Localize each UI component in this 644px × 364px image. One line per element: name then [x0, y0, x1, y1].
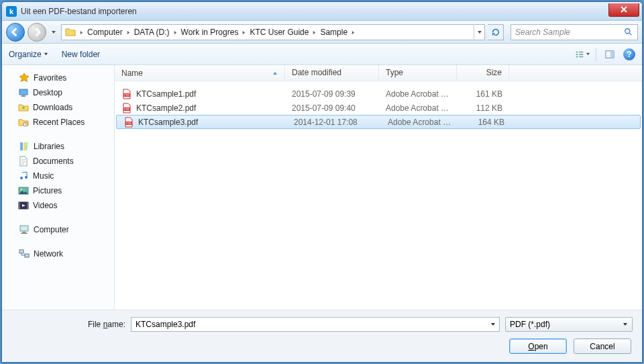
file-type-filter[interactable]: PDF (*.pdf) [505, 317, 633, 332]
file-type: Adobe Acrobat D... [381, 118, 459, 127]
sidebar-favorites[interactable]: Favorites [2, 71, 114, 85]
svg-rect-3 [576, 56, 578, 57]
computer-icon [19, 224, 30, 235]
svg-rect-2 [576, 54, 578, 55]
refresh-button[interactable] [488, 24, 504, 40]
svg-rect-22 [20, 226, 28, 231]
new-folder-button[interactable]: New folder [62, 50, 100, 59]
file-size: 164 KB [459, 118, 511, 127]
close-icon [621, 6, 627, 13]
svg-point-0 [625, 28, 630, 33]
chevron-down-icon [44, 52, 48, 56]
filename-field[interactable] [131, 320, 487, 329]
column-date[interactable]: Date modified [285, 65, 379, 81]
organize-menu[interactable]: Organize [9, 50, 48, 59]
file-type: Adobe Acrobat D... [379, 103, 457, 113]
app-icon: k [6, 6, 17, 17]
svg-point-18 [21, 189, 23, 191]
svg-rect-12 [20, 142, 23, 150]
svg-rect-23 [22, 232, 26, 233]
documents-icon [18, 156, 29, 167]
file-name: KTCsample2.pdf [136, 103, 196, 113]
pdf-icon: PDF [121, 89, 132, 99]
chevron-right-icon [351, 28, 356, 37]
nav-bar: Computer DATA (D:) Work in Progres KTC U… [2, 21, 642, 44]
chevron-right-icon [241, 28, 246, 37]
file-date: 2014-12-01 17:08 [287, 118, 381, 127]
sidebar-item-desktop[interactable]: Desktop [2, 85, 114, 100]
filename-dropdown[interactable] [487, 318, 499, 331]
arrow-right-icon [32, 28, 42, 37]
search-icon [624, 28, 633, 37]
file-size: 112 KB [457, 103, 509, 113]
window-title: Uit een PDF-bestand importeren [21, 7, 137, 16]
svg-rect-10 [21, 95, 25, 97]
desktop-icon [18, 87, 29, 98]
pictures-icon [18, 185, 29, 196]
search-input[interactable]: Search Sample [511, 24, 638, 40]
file-row[interactable]: PDFKTCsample3.pdf2014-12-01 17:08Adobe A… [116, 115, 641, 129]
crumb-folder-2[interactable]: KTC User Guide [246, 28, 312, 37]
crumb-drive[interactable]: DATA (D:) [131, 28, 173, 37]
chevron-down-icon [586, 52, 590, 56]
cancel-button[interactable]: Cancel [574, 338, 631, 354]
chevron-right-icon [79, 28, 84, 37]
file-date: 2015-07-09 09:39 [285, 89, 379, 99]
expand-icon [9, 144, 15, 150]
crumb-computer[interactable]: Computer [84, 28, 126, 37]
chevron-right-icon [126, 28, 131, 37]
back-button[interactable] [6, 23, 25, 42]
preview-pane-icon [605, 50, 614, 59]
svg-rect-1 [576, 51, 578, 52]
file-row[interactable]: PDFKTCsample2.pdf2015-07-09 09:40Adobe A… [115, 101, 642, 115]
sidebar-item-documents[interactable]: Documents [2, 154, 114, 169]
svg-rect-24 [21, 233, 28, 234]
file-type: Adobe Acrobat D... [379, 89, 457, 99]
music-icon [18, 171, 29, 181]
svg-rect-9 [19, 89, 28, 95]
history-dropdown[interactable] [49, 30, 58, 35]
file-size: 161 KB [457, 89, 509, 99]
svg-rect-21 [27, 202, 28, 209]
svg-text:PDF: PDF [124, 107, 130, 111]
sidebar-item-recent[interactable]: Recent Places [2, 115, 114, 130]
sidebar-computer[interactable]: Computer [2, 222, 114, 237]
chevron-right-icon [173, 28, 178, 37]
column-name[interactable]: Name [115, 65, 285, 81]
file-dialog-window: k Uit een PDF-bestand importeren Compute… [1, 1, 643, 363]
videos-icon [18, 200, 29, 211]
file-row[interactable]: PDFKTCsample1.pdf2015-07-09 09:39Adobe A… [115, 87, 642, 101]
column-size[interactable]: Size [457, 65, 509, 81]
navigation-pane: Favorites Desktop Downloads Recent Place… [2, 65, 115, 310]
chevron-right-icon [312, 28, 317, 37]
file-date: 2015-07-09 09:40 [285, 103, 379, 113]
open-button[interactable]: Open [509, 338, 567, 354]
preview-pane-button[interactable] [600, 47, 619, 62]
folder-icon [64, 26, 77, 39]
chevron-down-icon [51, 30, 56, 35]
close-button[interactable] [608, 3, 639, 17]
breadcrumb[interactable]: Computer DATA (D:) Work in Progres KTC U… [61, 24, 485, 40]
sidebar-item-videos[interactable]: Videos [2, 198, 114, 213]
column-type[interactable]: Type [379, 65, 457, 81]
expand-icon [9, 227, 15, 233]
crumb-folder-1[interactable]: Work in Progres [178, 28, 242, 37]
sidebar-network[interactable]: Network [2, 246, 114, 261]
sidebar-item-pictures[interactable]: Pictures [2, 183, 114, 198]
forward-button[interactable] [28, 23, 46, 42]
downloads-icon [18, 102, 29, 113]
view-mode-button[interactable] [573, 47, 592, 62]
help-button[interactable]: ? [623, 48, 635, 60]
sidebar-libraries[interactable]: Libraries [2, 139, 114, 154]
file-list-pane: Name Date modified Type Size PDFKTCsampl… [115, 65, 642, 310]
dialog-footer: File name: PDF (*.pdf) Open Cancel [2, 310, 642, 362]
crumb-folder-3[interactable]: Sample [317, 28, 351, 37]
svg-rect-8 [610, 50, 614, 58]
pdf-icon: PDF [123, 117, 134, 128]
sidebar-item-downloads[interactable]: Downloads [2, 100, 114, 115]
sidebar-item-music[interactable]: Music [2, 169, 114, 183]
filename-input[interactable] [131, 317, 500, 332]
sort-asc-icon [272, 69, 278, 78]
breadcrumb-dropdown[interactable] [474, 24, 484, 40]
arrow-left-icon [11, 28, 20, 37]
